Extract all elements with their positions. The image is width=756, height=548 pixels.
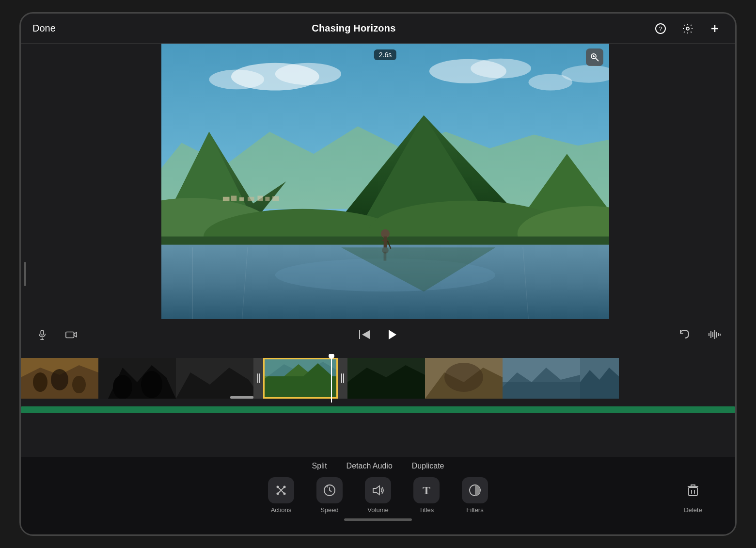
audio-wave-button[interactable] (704, 325, 724, 344)
svg-point-97 (284, 486, 286, 488)
svg-line-100 (327, 486, 328, 487)
svg-point-70 (113, 375, 132, 399)
svg-point-87 (444, 363, 483, 392)
titles-label: Titles (419, 506, 434, 514)
top-bar-center: Chasing Horizons (312, 23, 395, 34)
actions-icon-wrap (268, 477, 294, 503)
clip-thumb-1[interactable] (21, 358, 98, 399)
svg-rect-81 (341, 373, 342, 383)
timeline-track (21, 354, 735, 403)
svg-rect-40 (257, 196, 263, 201)
svg-rect-50 (66, 332, 74, 338)
svg-point-2 (686, 27, 689, 30)
clip-thumb-2[interactable] (98, 358, 176, 399)
zoom-button[interactable] (586, 48, 603, 66)
help-button[interactable]: ? (652, 20, 669, 37)
svg-rect-38 (239, 197, 244, 201)
svg-line-44 (596, 58, 598, 61)
svg-rect-35 (384, 252, 387, 260)
playhead[interactable] (331, 354, 332, 403)
toolbar-item-actions[interactable]: Actions (257, 477, 305, 514)
toolbar-item-filters[interactable]: Filters (451, 477, 499, 514)
svg-point-95 (277, 486, 279, 488)
toolbar-item-volume[interactable]: Volume (354, 477, 402, 514)
detach-audio-button[interactable]: Detach Audio (346, 462, 393, 470)
audio-track (21, 406, 735, 413)
svg-rect-42 (272, 196, 279, 201)
mic-button[interactable] (32, 325, 52, 344)
controls-left (32, 325, 81, 344)
controls-right (675, 325, 724, 344)
svg-rect-103 (689, 487, 697, 496)
svg-point-67 (72, 376, 86, 393)
split-button[interactable]: Split (312, 462, 327, 470)
svg-point-98 (277, 493, 279, 495)
bottom-toolbar: Split Detach Audio Duplicate (21, 457, 735, 534)
svg-rect-39 (248, 197, 254, 201)
svg-point-96 (284, 493, 286, 495)
video-preview: 2.6s (161, 44, 609, 319)
svg-text:?: ? (659, 25, 662, 32)
svg-point-8 (209, 69, 264, 89)
clip-thumb-7[interactable] (503, 358, 580, 399)
duplicate-button[interactable]: Duplicate (412, 462, 444, 470)
svg-marker-51 (74, 332, 77, 337)
svg-marker-101 (373, 486, 379, 495)
side-handle (24, 262, 26, 286)
done-button[interactable]: Done (32, 23, 56, 34)
selected-clip[interactable] (263, 358, 338, 399)
svg-point-71 (141, 371, 162, 398)
svg-rect-82 (343, 373, 344, 383)
video-canvas (161, 44, 609, 319)
video-preview-area: 2.6s (21, 44, 735, 319)
svg-rect-90 (503, 382, 580, 399)
titles-icon-wrap: T (413, 477, 440, 503)
settings-button[interactable] (679, 20, 696, 37)
controls-center (355, 325, 401, 344)
svg-rect-75 (259, 373, 260, 383)
context-actions: Split Detach Audio Duplicate (312, 462, 444, 470)
clip-thumb-8[interactable] (580, 358, 619, 399)
top-bar-right: ? (652, 20, 724, 37)
actions-label: Actions (271, 506, 292, 514)
svg-rect-32 (382, 240, 389, 241)
side-panel-left (21, 44, 161, 319)
clip-thumb-3[interactable] (176, 358, 253, 399)
delete-button[interactable] (680, 477, 706, 503)
clip-thumb-5[interactable] (347, 358, 425, 399)
clip-left-handle[interactable] (253, 358, 263, 399)
svg-rect-31 (384, 237, 387, 248)
volume-label: Volume (367, 506, 388, 514)
toolbar-item-speed[interactable]: Speed (305, 477, 354, 514)
filters-label: Filters (466, 506, 483, 514)
camera-button[interactable] (62, 325, 81, 344)
svg-rect-37 (231, 196, 236, 201)
top-bar-left: Done (32, 23, 56, 34)
undo-button[interactable] (675, 325, 694, 344)
toolbar-item-titles[interactable]: T Titles (402, 477, 451, 514)
delete-label: Delete (684, 506, 702, 514)
main-content: 2.6s (21, 44, 735, 534)
clip-right-handle[interactable] (338, 358, 347, 399)
svg-point-10 (471, 59, 531, 79)
controls-bar (21, 319, 735, 350)
svg-point-7 (275, 63, 341, 85)
svg-rect-36 (223, 197, 230, 201)
svg-rect-74 (257, 373, 258, 383)
side-panel-right (609, 44, 735, 319)
svg-point-65 (33, 372, 47, 392)
toolbar-items: Actions Speed (21, 477, 735, 514)
home-indicator (344, 518, 412, 521)
timestamp-badge: 2.6s (374, 49, 396, 60)
toolbar-delete[interactable]: Delete (680, 477, 706, 514)
clip-thumb-6[interactable] (425, 358, 503, 399)
skip-back-button[interactable] (355, 325, 374, 344)
svg-marker-54 (389, 330, 396, 339)
add-button[interactable] (706, 20, 724, 37)
speed-label: Speed (320, 506, 339, 514)
svg-rect-47 (41, 330, 44, 335)
play-button[interactable] (382, 325, 401, 344)
speed-icon-wrap (316, 477, 343, 503)
volume-icon-wrap (365, 477, 391, 503)
timeline-area (21, 350, 735, 457)
